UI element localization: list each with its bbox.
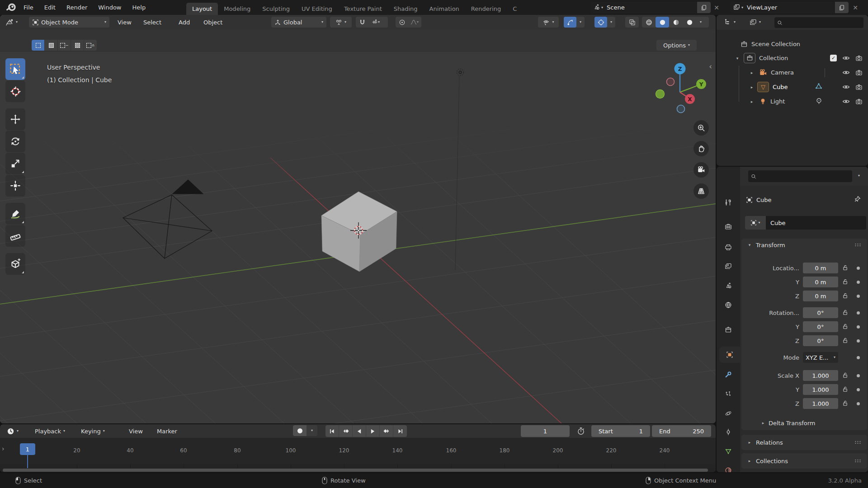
frame-start-field[interactable]: Start 1 — [591, 425, 650, 437]
disable-in-renders-icon[interactable] — [855, 84, 863, 91]
shading-dropdown[interactable]: ▾ — [696, 17, 705, 28]
hide-in-viewport-icon[interactable] — [842, 83, 850, 91]
workspace-tab-shading[interactable]: Shading — [388, 3, 424, 15]
expand-region-arrow[interactable]: › — [2, 445, 5, 452]
snap-target-selector[interactable]: ▾ — [369, 17, 382, 28]
panel-grip-icon[interactable] — [854, 243, 862, 247]
move-tool[interactable] — [5, 108, 25, 130]
animate-dot[interactable] — [857, 374, 860, 377]
timeline-scrollbar[interactable] — [0, 468, 716, 472]
auto-keying-toggle[interactable] — [293, 425, 307, 436]
camera-view-gadget[interactable] — [693, 162, 709, 178]
jump-to-next-keyframe-button[interactable] — [380, 425, 393, 437]
timeline-menu-view[interactable]: View — [126, 426, 146, 436]
tab-modifiers[interactable] — [717, 366, 740, 383]
workspace-tab-modeling[interactable]: Modeling — [218, 3, 256, 15]
menu-help[interactable]: Help — [127, 0, 151, 15]
current-frame-field[interactable]: 1 — [521, 425, 570, 437]
animate-dot[interactable] — [857, 388, 860, 391]
workspace-tab-layout[interactable]: Layout — [186, 3, 218, 15]
menu-file[interactable]: File — [18, 0, 39, 15]
unlock-icon[interactable] — [842, 292, 849, 300]
disclosure-collapsed-icon[interactable]: ▸ — [749, 70, 755, 75]
tab-material[interactable] — [717, 462, 740, 472]
playhead-badge[interactable]: 1 — [20, 443, 35, 455]
shading-rendered-button[interactable] — [683, 17, 696, 28]
editor-type-selector[interactable]: ▾ — [3, 17, 21, 28]
outliner-display-mode-selector[interactable]: ▾ — [721, 17, 739, 28]
panel-grip-icon[interactable] — [854, 441, 862, 444]
properties-search-input[interactable] — [759, 173, 849, 180]
play-button[interactable] — [366, 425, 380, 437]
hide-in-viewport-icon[interactable] — [842, 69, 850, 76]
object-name-input[interactable] — [766, 216, 866, 230]
tab-view-layer[interactable] — [717, 258, 740, 274]
tab-render[interactable] — [717, 219, 740, 235]
viewport-menu-select[interactable]: Select — [140, 17, 165, 28]
tab-collection[interactable] — [717, 322, 740, 338]
rotation-x-field[interactable]: 0° — [803, 307, 838, 318]
show-overlays-toggle[interactable] — [594, 17, 607, 28]
unlock-icon[interactable] — [842, 337, 849, 345]
unlock-icon[interactable] — [842, 386, 849, 394]
location-y-field[interactable]: 0 m — [803, 277, 838, 287]
transform-tool[interactable] — [5, 175, 25, 197]
hide-in-viewport-icon[interactable] — [842, 98, 850, 105]
tab-physics[interactable] — [717, 405, 740, 422]
disable-in-renders-icon[interactable] — [855, 98, 863, 105]
unlock-icon[interactable] — [842, 309, 849, 317]
disclosure-collapsed-icon[interactable]: ▸ — [749, 85, 755, 89]
gizmos-dropdown[interactable]: ▾ — [576, 17, 585, 28]
unlink-scene-button[interactable]: ✕ — [712, 2, 722, 13]
properties-options-dropdown[interactable]: ▾ — [858, 174, 860, 178]
hide-in-viewport-icon[interactable] — [842, 54, 850, 62]
select-box-tool[interactable] — [5, 58, 25, 80]
scale-tool[interactable] — [5, 153, 25, 174]
outliner-filter-button[interactable]: ▾ — [746, 17, 764, 28]
animate-dot[interactable] — [857, 402, 860, 405]
proportional-editing-toggle[interactable] — [396, 17, 409, 28]
new-view-layer-button[interactable] — [835, 2, 849, 13]
rotation-z-field[interactable]: 0° — [803, 335, 838, 346]
add-cube-tool[interactable] — [5, 253, 25, 275]
annotate-tool[interactable] — [5, 203, 25, 225]
outliner-row-cube[interactable]: ▸ ▽ Cube — [717, 80, 868, 94]
transform-panel-header[interactable]: ▾ Transform — [741, 239, 867, 251]
viewport-menu-add[interactable]: Add — [175, 17, 193, 28]
workspace-tab-animation[interactable]: Animation — [424, 3, 465, 15]
relations-panel[interactable]: ▸ Relations — [741, 435, 867, 450]
animate-dot[interactable] — [857, 339, 860, 343]
rotation-y-field[interactable]: 0° — [803, 321, 838, 332]
workspace-tab-uv-editing[interactable]: UV Editing — [296, 3, 338, 15]
show-object-types-selector[interactable]: ▾ — [538, 17, 559, 28]
tab-object-active[interactable] — [719, 347, 740, 363]
id-type-icon[interactable]: ▾ — [745, 216, 766, 230]
menu-window[interactable]: Window — [93, 0, 127, 15]
outliner-search[interactable] — [774, 17, 863, 28]
transform-orientation-selector[interactable]: Global ▾ — [271, 17, 326, 28]
workspace-tab-rendering[interactable]: Rendering — [465, 3, 507, 15]
play-reverse-button[interactable] — [353, 425, 366, 437]
outliner-row-camera[interactable]: ▸ Camera — [717, 66, 868, 79]
unlock-icon[interactable] — [842, 264, 849, 272]
outliner-row-collection[interactable]: ▾ Collection ✓ — [717, 52, 868, 65]
scale-z-field[interactable]: 1.000 — [803, 398, 838, 409]
tab-world[interactable] — [717, 297, 740, 313]
disable-in-renders-icon[interactable] — [855, 69, 863, 76]
workspace-tab-texture-paint[interactable]: Texture Paint — [338, 3, 388, 15]
pivot-point-selector[interactable]: ▾ — [330, 17, 352, 28]
animate-dot[interactable] — [857, 267, 860, 270]
proportional-falloff-selector[interactable]: ▾ — [409, 17, 420, 28]
timeline-editor-type-selector[interactable]: ▾ — [4, 426, 22, 436]
zoom-gadget[interactable] — [693, 120, 709, 136]
rotation-mode-selector[interactable]: XYZ E...▾ — [803, 352, 838, 363]
viewport-menu-view[interactable]: View — [114, 17, 135, 28]
navigation-axis-gizmo[interactable]: Z Y X — [652, 60, 708, 114]
collapse-sidebar-arrow[interactable]: ‹ — [709, 62, 712, 71]
unlock-icon[interactable] — [842, 323, 849, 331]
viewport-menu-object[interactable]: Object — [200, 17, 226, 28]
outliner-row-scene-collection[interactable]: Scene Collection — [717, 38, 868, 51]
timeline-menu-keying[interactable]: Keying▾ — [78, 426, 108, 436]
tab-scene[interactable] — [717, 277, 740, 294]
animate-dot[interactable] — [857, 311, 860, 314]
